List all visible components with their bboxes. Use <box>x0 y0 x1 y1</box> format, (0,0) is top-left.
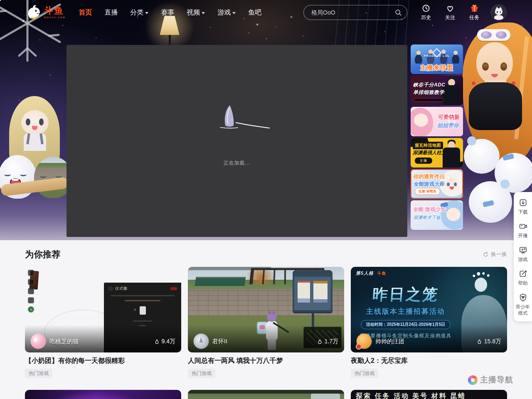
chevron-down-icon <box>202 12 205 14</box>
card-grid-row2: 探索 任务 活动 美号 材料 昆蜡 <box>25 390 507 399</box>
header-actions: 历史 关注 任务 <box>419 4 481 21</box>
category-tag[interactable]: 热门游戏 <box>351 369 378 378</box>
banner-teyvat-map[interactable]: 提瓦特活地图 深渊最强人柱力 主播 <box>411 138 463 167</box>
card-grid: 仪式圈 吃桃芝的猫 9.4万 <box>25 267 507 378</box>
gift-icon <box>470 4 479 13</box>
main-nav: 首页 直播 分类 赛事 视频 游戏 鱼吧 <box>79 8 261 17</box>
stream-thumbnail[interactable]: 君怀II 1.7万 <box>188 267 344 352</box>
tasks-button[interactable]: 任务 <box>467 4 481 21</box>
banner-line1: 提瓦特活地图 <box>413 142 443 149</box>
thumbnail-caption: 探索 任务 活动 美号 材料 昆蜡 <box>356 392 466 399</box>
hot-flame-icon <box>154 339 160 345</box>
figure-art <box>414 113 428 127</box>
streamer-avatar[interactable] <box>31 334 46 349</box>
streamer-name: 君怀II <box>212 338 317 345</box>
logo-subtext: DOUYU·COM <box>44 16 65 19</box>
banner-streamer-pill: 主播:林萌风 <box>415 188 440 195</box>
stream-card[interactable]: 君怀II 1.7万 人间总有一两风 填我十万八千梦 热门游戏 <box>188 267 344 378</box>
nav-categories[interactable]: 分类 <box>130 8 148 17</box>
teen-mode-button[interactable]: 青少年模式 <box>514 293 532 316</box>
banner-line2: 姐姐带你 <box>437 122 459 129</box>
viewer-count: 15.8万 <box>476 338 501 345</box>
stream-title[interactable]: 夜勤人2：无尽宝库 <box>351 357 507 365</box>
shark-fin-loader-icon <box>213 104 274 131</box>
bulletin-board-art <box>293 275 332 312</box>
stream-thumbnail-partial[interactable] <box>188 390 344 399</box>
search-box[interactable] <box>303 5 407 20</box>
pinwheel-icon <box>468 375 478 385</box>
chevron-down-icon <box>145 12 148 14</box>
stream-title[interactable]: 人间总有一两风 填我十万八千梦 <box>188 357 344 365</box>
logo-wordmark: 斗鱼 <box>44 6 65 15</box>
event-subtitle: 主线版本主播招募活动 <box>351 307 461 316</box>
banner-line2: 深渊最强人柱力 <box>413 150 446 156</box>
banner-line1: 可爱萌新 <box>438 113 460 121</box>
teen-shield-icon <box>518 293 528 302</box>
streamer-name: 帅帅的汪团 <box>375 338 476 345</box>
nav-games[interactable]: 游戏 <box>217 8 236 17</box>
banner-game-girl[interactable]: 全能 游戏少女 深渊奇术下饭 <box>411 200 463 230</box>
streamer-nav-watermark: 主播导航 <box>468 374 513 385</box>
nav-esports[interactable]: 赛事 <box>161 8 174 17</box>
streamer-avatar[interactable] <box>194 334 209 349</box>
stream-card[interactable]: 第5人格 斗鱼 昨日之笼 主线版本主播招募活动 活动时间：2025年11月24日… <box>351 267 507 378</box>
side-toolbar: 下载 开播 游戏 帮助 青少年模式 <box>514 192 532 321</box>
stream-thumbnail-partial[interactable] <box>25 390 181 399</box>
figure-art <box>446 208 461 221</box>
stream-thumbnail[interactable]: 第5人格 斗鱼 昨日之笼 主线版本主播招募活动 活动时间：2025年11月24日… <box>351 267 507 352</box>
live-player[interactable]: 正在加载... <box>66 45 407 237</box>
stream-card[interactable]: 仪式圈 吃桃芝的猫 9.4万 <box>25 267 181 378</box>
feedback-pencil-icon <box>518 269 528 278</box>
download-icon <box>518 198 528 207</box>
refresh-icon <box>483 251 489 258</box>
follow-button[interactable]: 关注 <box>443 4 457 21</box>
nav-home[interactable]: 首页 <box>79 8 92 17</box>
event-title: 昨日之笼 <box>351 284 461 305</box>
refresh-button[interactable]: 换一换 <box>483 251 507 258</box>
hot-flame-icon <box>317 339 323 345</box>
recommend-section: 为你推荐 换一换 仪式圈 <box>0 240 532 399</box>
game-center-button[interactable]: 游戏 <box>514 245 532 263</box>
section-title: 为你推荐 <box>25 249 61 260</box>
banner-badge: PRODUCE LOL <box>411 54 463 57</box>
chevron-down-icon <box>232 12 236 14</box>
user-avatar[interactable] <box>491 5 506 20</box>
history-button[interactable]: 历史 <box>419 4 433 21</box>
banner-caption-bar <box>414 98 444 102</box>
category-tag[interactable]: 热门游戏 <box>25 369 52 378</box>
banner-line2: 全能游戏大师 <box>414 181 445 188</box>
left-plush-art <box>0 94 72 237</box>
banner-cute-newbie[interactable]: 可爱萌新 姐姐带你 <box>411 107 463 136</box>
streamer-name: 吃桃芝的猫 <box>49 338 154 345</box>
douyu-brand-badge: 斗鱼 <box>377 271 386 276</box>
nav-live[interactable]: 直播 <box>104 8 118 17</box>
banner-line1: 峡谷千分ADC <box>413 81 446 89</box>
start-stream-button[interactable]: 开播 <box>514 222 532 239</box>
douyu-logo[interactable]: 斗鱼 DOUYU·COM <box>25 5 65 20</box>
game-badge: 第5人格 <box>356 270 374 276</box>
top-navbar: 斗鱼 DOUYU·COM 首页 直播 分类 赛事 视频 游戏 鱼吧 历史 <box>0 0 532 25</box>
banner-line1: 你的通宵伴侣 <box>414 173 445 180</box>
streamer-avatar[interactable] <box>357 334 372 349</box>
help-button[interactable]: 帮助 <box>514 269 532 286</box>
banner-lol-alliance[interactable]: PRODUCE LOL 主播来联盟 <box>411 44 463 74</box>
search-icon[interactable] <box>394 9 402 16</box>
banner-line2: 单排细致教学 <box>413 89 444 96</box>
banner-line1: 全能 游戏少女 <box>413 206 446 213</box>
nav-yuba[interactable]: 鱼吧 <box>248 8 261 17</box>
banner-title: 主播来联盟 <box>411 64 463 72</box>
camera-icon <box>518 222 528 231</box>
nav-videos[interactable]: 视频 <box>187 8 205 17</box>
banner-night-companion-highlighted[interactable]: 你的通宵伴侣 全能游戏大师 主播:林萌风 <box>411 169 463 199</box>
download-button[interactable]: 下载 <box>514 198 532 215</box>
stream-thumbnail-partial[interactable]: 探索 任务 活动 美号 材料 昆蜡 <box>351 390 507 399</box>
douyu-shark-icon <box>25 5 42 20</box>
banner-adc-teaching[interactable]: 峡谷千分ADC 单排细致教学 <box>411 76 463 105</box>
search-input[interactable] <box>311 9 394 16</box>
heart-icon <box>446 4 455 13</box>
hot-flame-icon <box>476 339 483 345</box>
stream-title[interactable]: 【小奶团】有你的每一天都很精彩 <box>25 357 181 365</box>
category-tag[interactable]: 热门游戏 <box>188 369 215 378</box>
stream-thumbnail[interactable]: 仪式圈 吃桃芝的猫 9.4万 <box>25 267 181 352</box>
banner-streamer-pill: 主播 <box>415 158 432 164</box>
